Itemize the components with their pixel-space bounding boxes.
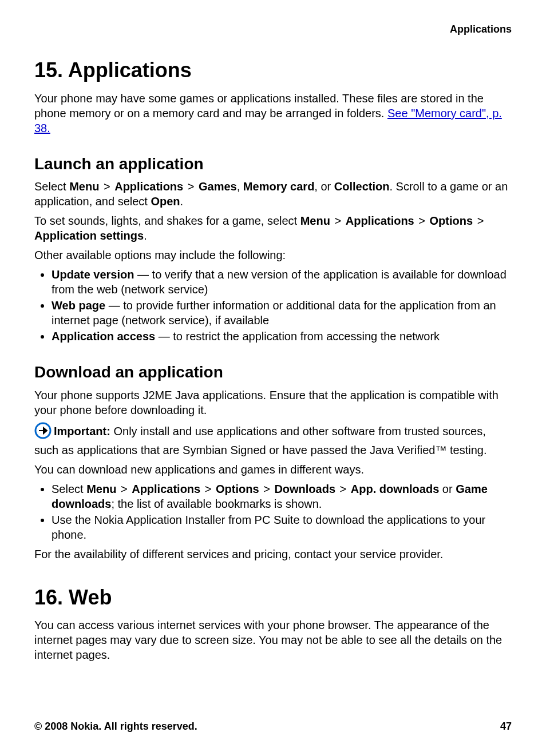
download-heading: Download an application	[34, 362, 512, 383]
menu-label: Menu	[300, 214, 330, 227]
important-label: Important:	[54, 425, 110, 437]
page-number: 47	[500, 720, 512, 733]
nav-sep: >	[205, 483, 212, 495]
page-header-section: Applications	[450, 23, 512, 36]
ch16-p1: You can access various internet services…	[34, 618, 512, 662]
text: — to restrict the application from acces…	[155, 330, 440, 343]
list-item: Use the Nokia Application Installer from…	[52, 512, 512, 542]
app-access-label: Application access	[52, 330, 155, 343]
applications-label: Applications	[114, 180, 183, 193]
nav-sep: >	[334, 214, 341, 227]
update-version-label: Update version	[52, 268, 134, 281]
nav-sep: >	[418, 214, 425, 227]
app-downloads-label: App. downloads	[351, 483, 439, 495]
options-label: Options	[216, 483, 259, 495]
nav-sep: >	[340, 483, 347, 495]
download-p1: Your phone supports J2ME Java applicatio…	[34, 388, 512, 417]
nav-sep: >	[477, 214, 484, 227]
nav-sep: >	[121, 483, 128, 495]
text: ; the list of available bookmarks is sho…	[111, 498, 322, 510]
text: , or	[314, 180, 334, 193]
open-label: Open	[151, 195, 180, 208]
list-item: Select Menu > Applications > Options > D…	[52, 482, 512, 511]
text: .	[144, 229, 147, 242]
text: To set sounds, lights, and shakes for a …	[34, 214, 300, 227]
nav-sep: >	[104, 180, 110, 193]
downloads-label: Downloads	[274, 483, 335, 495]
text: .	[180, 195, 184, 208]
chapter-15-title: 15. Applications	[34, 57, 512, 84]
launch-options-list: Update version — to verify that a new ve…	[34, 267, 512, 344]
copyright-text: © 2008 Nokia. All rights reserved.	[34, 720, 197, 733]
chapter-16-title: 16. Web	[34, 584, 512, 611]
ch15-intro: Your phone may have some games or applic…	[34, 91, 512, 136]
page-footer: © 2008 Nokia. All rights reserved. 47	[34, 720, 512, 733]
text: Select	[34, 180, 69, 193]
download-ways-list: Select Menu > Applications > Options > D…	[34, 482, 512, 542]
options-label: Options	[430, 214, 473, 227]
list-item: Web page — to provide further informatio…	[52, 298, 512, 328]
launch-p1: Select Menu > Applications > Games, Memo…	[34, 179, 512, 209]
text: — to provide further information or addi…	[52, 299, 496, 327]
games-label: Games	[199, 180, 237, 193]
text: Select	[52, 483, 86, 495]
applications-label: Applications	[132, 483, 200, 495]
collection-label: Collection	[334, 180, 390, 193]
web-page-label: Web page	[52, 299, 105, 312]
menu-label: Menu	[86, 483, 116, 495]
menu-label: Menu	[69, 180, 99, 193]
important-icon	[34, 422, 52, 443]
text: or	[439, 483, 456, 495]
memory-card-label: Memory card	[243, 180, 315, 193]
list-item: Application access — to restrict the app…	[52, 329, 512, 344]
launch-p3: Other available options may include the …	[34, 248, 512, 262]
applications-label: Applications	[346, 214, 414, 227]
launch-p2: To set sounds, lights, and shakes for a …	[34, 213, 512, 243]
download-p3: For the availability of different servic…	[34, 547, 512, 562]
nav-sep: >	[188, 180, 195, 193]
download-p2: You can download new applications and ga…	[34, 462, 512, 477]
launch-heading: Launch an application	[34, 154, 512, 174]
nav-sep: >	[263, 483, 270, 495]
important-note: Important: Only install and use applicat…	[34, 422, 512, 457]
app-settings-label: Application settings	[34, 229, 144, 242]
list-item: Update version — to verify that a new ve…	[52, 267, 512, 297]
